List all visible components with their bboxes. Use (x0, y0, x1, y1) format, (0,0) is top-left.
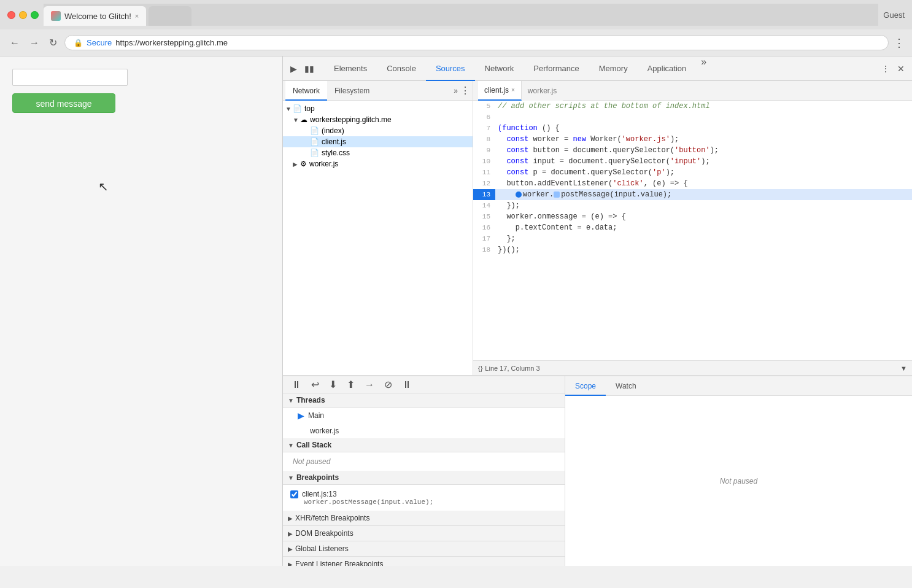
forward-button[interactable]: → (27, 35, 42, 51)
deactivate-breakpoints-button[interactable]: ⊘ (381, 376, 396, 393)
pretty-print-icon[interactable]: {} (478, 365, 482, 372)
event-breakpoints-header[interactable]: ▶ Event Listener Breakpoints (283, 557, 565, 566)
step-into-button[interactable]: ⬇ (325, 376, 341, 393)
file-icon-worker-js: ⚙ (300, 160, 307, 168)
tree-label-worker-js: worker.js (309, 160, 338, 168)
code-line-15: 15 worker.onmessage = (e) => { (473, 211, 912, 222)
send-message-button[interactable]: send message (12, 93, 115, 113)
code-editor[interactable]: 5 // add other scripts at the bottom of … (473, 101, 912, 360)
devtools-icons: ▶ ▮▮ (288, 61, 317, 76)
code-panel: client.js × worker.js 5 // add other scr… (473, 81, 912, 375)
breakpoint-code-text: worker.postMessage(input.value); (290, 498, 557, 506)
main-layout: send message ↖ ▶ ▮▮ Elements Console Sou… (0, 56, 912, 566)
breakpoints-label: Breakpoints (296, 473, 339, 482)
global-label: Global Listeners (295, 544, 349, 553)
tab-performance[interactable]: Performance (524, 56, 589, 81)
breakpoints-arrow: ▼ (288, 474, 294, 481)
tab-sources[interactable]: Sources (426, 56, 475, 81)
tree-arrow-domain: ▼ (293, 117, 300, 123)
xhr-breakpoints-header[interactable]: ▶ XHR/fetch Breakpoints (283, 511, 565, 526)
address-input[interactable]: 🔒 Secure https://workerstepping.glitch.m… (64, 35, 889, 50)
tabs-more-button[interactable]: » (696, 56, 711, 81)
threads-arrow: ▼ (288, 397, 294, 404)
call-stack-not-paused: Not paused (283, 452, 565, 471)
tree-item-top[interactable]: ▼ 📄 top (283, 103, 473, 114)
pause-on-exceptions-button[interactable]: ⏸ (398, 377, 415, 393)
code-line-14: 14 }); (473, 200, 912, 211)
devtools-panel: ▶ ▮▮ Elements Console Sources Network Pe… (282, 56, 912, 566)
event-arrow: ▶ (288, 561, 293, 567)
tab-bar: Welcome to Glitch! × (44, 4, 878, 26)
tree-label-top: top (304, 104, 315, 113)
tree-item-style-css[interactable]: 📄 style.css (283, 147, 473, 158)
code-line-13: 13 worker.postMessage(input.value); (473, 189, 912, 200)
devtools-settings-button[interactable]: ⋮ (879, 61, 892, 76)
tab-network[interactable]: Network (475, 56, 524, 81)
threads-section-header[interactable]: ▼ Threads (283, 393, 565, 408)
back-button[interactable]: ← (7, 35, 22, 51)
tree-item-worker-js[interactable]: ▶ ⚙ worker.js (283, 158, 473, 169)
breakpoints-content: client.js:13 worker.postMessage(input.va… (283, 485, 565, 511)
breakpoints-section-header[interactable]: ▼ Breakpoints (283, 471, 565, 485)
tab-close-button[interactable]: × (135, 12, 139, 20)
breakpoint-checkbox-1[interactable] (290, 490, 298, 498)
close-button[interactable] (7, 11, 15, 19)
code-line-6: 6 (473, 112, 912, 123)
browser-menu-button[interactable]: ⋮ (894, 36, 905, 50)
step-over-button[interactable]: ↩ (307, 376, 323, 393)
device-toolbar-button[interactable]: ▮▮ (302, 61, 317, 76)
tree-item-index[interactable]: 📄 (index) (283, 125, 473, 136)
file-tabs-more[interactable]: » (454, 87, 458, 95)
code-line-11: 11 const p = document.querySelector('p')… (473, 167, 912, 178)
file-icon-client-js: 📄 (310, 137, 319, 146)
dom-breakpoints-header[interactable]: ▶ DOM Breakpoints (283, 526, 565, 541)
thread-worker[interactable]: worker.js (283, 424, 565, 438)
thread-main-label: Main (308, 411, 324, 420)
call-stack-section-header[interactable]: ▼ Call Stack (283, 438, 565, 452)
tab-memory[interactable]: Memory (589, 56, 638, 81)
tree-item-client-js[interactable]: 📄 client.js (283, 136, 473, 147)
pause-resume-button[interactable]: ⏸ (288, 377, 305, 393)
code-tab-worker-js[interactable]: worker.js (522, 81, 563, 101)
event-label: Event Listener Breakpoints (295, 560, 383, 566)
tab-console[interactable]: Console (377, 56, 426, 81)
traffic-lights (7, 11, 39, 19)
minimize-button[interactable] (19, 11, 27, 19)
thread-main[interactable]: ▶ Main (283, 408, 565, 424)
scope-tab[interactable]: Scope (565, 376, 606, 396)
format-icon: ▼ (900, 365, 907, 372)
file-panel-menu-button[interactable]: ⋮ (460, 85, 470, 96)
status-bar-right: ▼ (900, 365, 907, 372)
inspect-element-button[interactable]: ▶ (288, 61, 299, 76)
devtools-close-button[interactable]: ✕ (895, 61, 907, 76)
file-tab-filesystem[interactable]: Filesystem (327, 81, 377, 101)
browser-tab-active[interactable]: Welcome to Glitch! × (44, 6, 146, 26)
code-line-8: 8 const worker = new Worker('worker.js')… (473, 134, 912, 145)
step-out-button[interactable]: ⬆ (343, 376, 358, 393)
title-bar: Welcome to Glitch! × Guest (0, 0, 912, 29)
tab-application[interactable]: Application (638, 56, 697, 81)
reload-button[interactable]: ↻ (47, 34, 60, 51)
global-arrow: ▶ (288, 546, 293, 552)
code-line-7: 7 (function () { (473, 123, 912, 134)
global-listeners-header[interactable]: ▶ Global Listeners (283, 541, 565, 557)
watch-tab[interactable]: Watch (606, 376, 646, 396)
tree-arrow-top: ▼ (285, 106, 293, 112)
file-icon-index: 📄 (310, 126, 319, 135)
code-tab-client-js[interactable]: client.js × (478, 81, 522, 101)
code-tab-client-js-close[interactable]: × (511, 87, 515, 93)
file-tab-network[interactable]: Network (285, 81, 327, 101)
tab-elements[interactable]: Elements (324, 56, 377, 81)
thread-worker-label: worker.js (310, 427, 339, 435)
folder-icon: 📄 (293, 104, 302, 113)
step-button[interactable]: → (361, 377, 378, 393)
message-input[interactable] (12, 69, 128, 86)
tree-item-domain[interactable]: ▼ ☁ workerstepping.glitch.me (283, 114, 473, 125)
new-tab-button[interactable] (149, 6, 191, 26)
maximize-button[interactable] (31, 11, 39, 19)
cursor-indicator: ↖ (98, 179, 109, 194)
tree-label-client-js: client.js (322, 137, 346, 146)
tree-label-index: (index) (322, 126, 344, 135)
tree-arrow-worker: ▶ (293, 161, 300, 168)
thread-active-icon: ▶ (298, 411, 304, 420)
